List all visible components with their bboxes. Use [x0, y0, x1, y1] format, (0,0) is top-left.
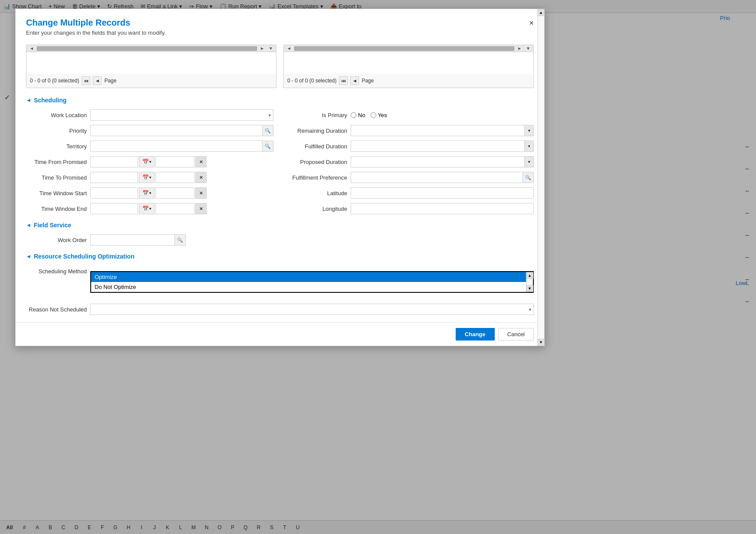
chevron3-icon: ▾	[149, 191, 151, 195]
time-from-promised-calendar-btn[interactable]: 📅 ▾	[139, 156, 154, 167]
remaining-duration-btn[interactable]: ▾	[524, 125, 534, 136]
time-window-end-time-input[interactable]	[155, 203, 194, 214]
priority-lookup-btn[interactable]: 🔍	[262, 125, 273, 136]
field-service-section-header: ◄ Field Service	[26, 222, 534, 229]
time-to-promised-date-group: 📅 ▾ ✕	[90, 172, 273, 183]
work-order-input[interactable]	[90, 234, 174, 246]
longitude-control	[351, 203, 534, 214]
latitude-label: Latitude	[286, 190, 347, 197]
dropdown-scroll-down[interactable]: ▼	[526, 285, 533, 292]
territory-lookup-btn[interactable]: 🔍	[262, 141, 273, 152]
time-from-promised-clear-btn[interactable]: ✕	[195, 156, 207, 167]
time-to-promised-time-input[interactable]	[155, 172, 194, 183]
fulfilled-duration-control: ▾	[351, 141, 534, 152]
latitude-input[interactable]	[351, 187, 534, 199]
fulfillment-preference-input[interactable]	[351, 172, 523, 183]
fulfillment-preference-lookup-btn[interactable]: 🔍	[523, 172, 534, 183]
time-window-start-time-input[interactable]	[155, 187, 194, 199]
modal-body: ◄ ► ▼ 0 - 0 of 0 (0 selected) ⏮ ◄ Page ◄	[16, 39, 544, 322]
pager1-first-btn[interactable]: ⏮	[82, 76, 90, 85]
time-window-end-calendar-btn[interactable]: 📅 ▾	[139, 203, 154, 214]
fulfilled-duration-input-group: ▾	[351, 141, 534, 152]
pager2-prev-btn[interactable]: ◄	[350, 76, 359, 85]
work-order-control: 🔍	[90, 234, 534, 246]
change-button[interactable]: Change	[456, 328, 495, 341]
time-to-promised-calendar-btn[interactable]: 📅 ▾	[139, 172, 154, 183]
pager2-scroll-down[interactable]: ▼	[525, 46, 532, 51]
remaining-duration-control: ▾	[351, 125, 534, 136]
pager2-status: 0 - 0 of 0 (0 selected)	[287, 78, 336, 84]
pager1-scroll-right[interactable]: ►	[259, 46, 266, 51]
territory-input[interactable]	[90, 141, 262, 152]
time-window-start-control: 📅 ▾ ✕	[90, 187, 273, 199]
chevron2-icon: ▾	[149, 175, 151, 180]
pager1-footer: 0 - 0 of 0 (0 selected) ⏮ ◄ Page	[26, 74, 276, 88]
is-primary-yes-radio[interactable]	[371, 112, 376, 118]
proposed-duration-input[interactable]	[351, 156, 524, 167]
fulfillment-preference-control: 🔍	[351, 172, 534, 183]
scheduling-method-scrollbar[interactable]: ▲ ▼	[526, 272, 533, 292]
field-service-collapse-arrow[interactable]: ◄	[26, 222, 31, 228]
dropdown-scroll-track	[527, 279, 533, 285]
scroll-down-btn[interactable]: ▼	[538, 339, 545, 346]
scheduling-method-label: Scheduling Method	[26, 268, 87, 275]
fulfilled-duration-input[interactable]	[351, 141, 524, 152]
time-window-start-clear-btn[interactable]: ✕	[195, 187, 207, 199]
scheduling-method-do-not-optimize-option[interactable]: Do Not Optimize	[91, 282, 533, 292]
time-from-promised-date-input[interactable]	[90, 156, 138, 167]
proposed-duration-btn[interactable]: ▾	[524, 156, 534, 167]
scheduling-form-grid: Work Location ▾ Is Primary	[26, 109, 534, 215]
pager1-scrollbar[interactable]: ◄ ► ▼	[26, 45, 276, 52]
dropdown-scroll-up[interactable]: ▲	[526, 272, 533, 279]
clear-icon: ✕	[199, 159, 203, 165]
pager2-scroll-left[interactable]: ◄	[286, 46, 293, 51]
pager2-scroll-thumb[interactable]	[294, 46, 514, 51]
modal-close-button[interactable]: ×	[526, 17, 537, 29]
time-window-end-control: 📅 ▾ ✕	[90, 203, 273, 214]
pager2-scroll-right[interactable]: ►	[516, 46, 523, 51]
scheduling-method-dropdown-list[interactable]: Optimize Do Not Optimize ▲ ▼	[90, 271, 534, 293]
time-window-end-date-input[interactable]	[90, 203, 138, 214]
is-primary-no-option[interactable]: No	[351, 112, 365, 118]
time-window-end-clear-btn[interactable]: ✕	[195, 203, 207, 214]
scheduling-collapse-arrow[interactable]: ◄	[26, 97, 31, 103]
time-to-promised-date-input[interactable]	[90, 172, 138, 183]
cancel-button[interactable]: Cancel	[498, 328, 534, 341]
pager1-prev-btn[interactable]: ◄	[93, 76, 102, 85]
pager1-scroll-thumb[interactable]	[37, 46, 257, 51]
reason-not-scheduled-row: Reason Not Scheduled ▾	[26, 303, 534, 315]
pager2-first-btn[interactable]: ⏮	[339, 76, 348, 85]
calendar3-icon: 📅	[142, 190, 149, 196]
priority-row: Priority 🔍	[26, 124, 273, 137]
is-primary-yes-option[interactable]: Yes	[371, 112, 387, 118]
priority-input[interactable]	[90, 125, 262, 136]
time-from-promised-time-input[interactable]	[155, 156, 194, 167]
time-window-start-calendar-btn[interactable]: 📅 ▾	[139, 187, 154, 199]
time-from-promised-date-group: 📅 ▾ ✕	[90, 156, 273, 167]
rso-collapse-arrow[interactable]: ◄	[26, 253, 31, 259]
longitude-input[interactable]	[351, 203, 534, 214]
is-primary-no-radio[interactable]	[351, 112, 356, 118]
scheduling-method-optimize-option[interactable]: Optimize	[91, 272, 533, 282]
work-location-control: ▾	[90, 109, 273, 121]
priority-control: 🔍	[90, 125, 273, 136]
fulfilled-duration-row: Fulfilled Duration ▾	[286, 140, 534, 152]
calendar2-icon: 📅	[142, 174, 149, 180]
longitude-row: Longitude	[286, 203, 534, 215]
time-to-promised-clear-btn[interactable]: ✕	[195, 172, 207, 183]
remaining-duration-input[interactable]	[351, 125, 524, 136]
pager1-scroll-down[interactable]: ▼	[267, 46, 274, 51]
pager2-scrollbar[interactable]: ◄ ► ▼	[284, 45, 533, 52]
proposed-duration-input-group: ▾	[351, 156, 534, 167]
time-window-start-date-input[interactable]	[90, 187, 138, 199]
work-order-lookup-btn[interactable]: 🔍	[174, 234, 186, 246]
reason-not-scheduled-select[interactable]	[90, 304, 534, 315]
pager1-scroll-left[interactable]: ◄	[28, 46, 35, 51]
modal-scrollbar[interactable]: ▲ ▼	[537, 9, 544, 346]
fulfilled-duration-btn[interactable]: ▾	[524, 141, 534, 152]
work-location-select[interactable]	[90, 109, 273, 121]
time-window-start-row: Time Window Start 📅 ▾ ✕	[26, 187, 273, 199]
work-location-select-wrapper: ▾	[90, 109, 273, 121]
scheduling-section-header: ◄ Scheduling	[26, 97, 534, 104]
work-order-label: Work Order	[26, 237, 87, 243]
